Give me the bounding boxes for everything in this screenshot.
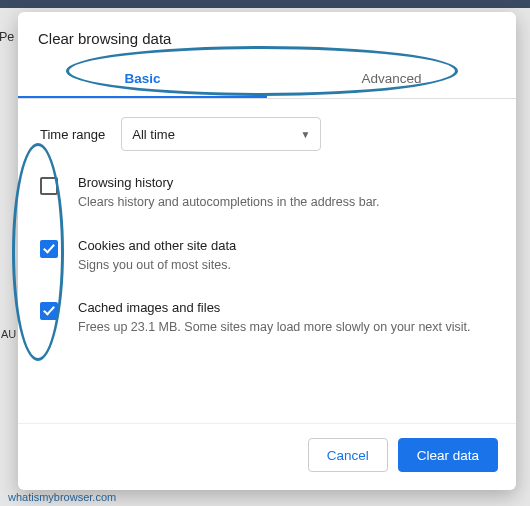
time-range-select[interactable]: All time ▼	[121, 117, 321, 151]
option-cookies-desc: Signs you out of most sites.	[78, 257, 236, 275]
cancel-button[interactable]: Cancel	[308, 438, 388, 472]
option-cache-desc: Frees up 23.1 MB. Some sites may load mo…	[78, 319, 471, 337]
footer-link: whatismybrowser.com	[8, 488, 116, 506]
checkbox-cache[interactable]	[40, 302, 58, 320]
option-browsing-history-desc: Clears history and autocompletions in th…	[78, 194, 380, 212]
time-range-value: All time	[132, 127, 175, 142]
tab-advanced[interactable]: Advanced	[267, 59, 516, 98]
option-cache-title: Cached images and files	[78, 300, 471, 315]
dialog-footer: Cancel Clear data	[18, 423, 516, 490]
dialog-content: Time range All time ▼ Browsing history C…	[18, 99, 516, 423]
option-cache: Cached images and files Frees up 23.1 MB…	[40, 300, 494, 337]
clear-browsing-data-dialog: Clear browsing data Basic Advanced Time …	[18, 12, 516, 490]
checkbox-cookies[interactable]	[40, 240, 58, 258]
checkbox-browsing-history[interactable]	[40, 177, 58, 195]
background-au: AU	[1, 328, 16, 340]
option-browsing-history-title: Browsing history	[78, 175, 380, 190]
tab-basic[interactable]: Basic	[18, 59, 267, 98]
chevron-down-icon: ▼	[300, 129, 310, 140]
option-cookies-title: Cookies and other site data	[78, 238, 236, 253]
clear-data-button[interactable]: Clear data	[398, 438, 498, 472]
background-pe: Pe	[0, 30, 14, 44]
time-range-label: Time range	[40, 127, 105, 142]
dialog-title: Clear browsing data	[18, 12, 516, 53]
time-range-row: Time range All time ▼	[40, 117, 494, 151]
option-cookies: Cookies and other site data Signs you ou…	[40, 238, 494, 275]
tabs-bar: Basic Advanced	[18, 59, 516, 99]
option-browsing-history: Browsing history Clears history and auto…	[40, 175, 494, 212]
